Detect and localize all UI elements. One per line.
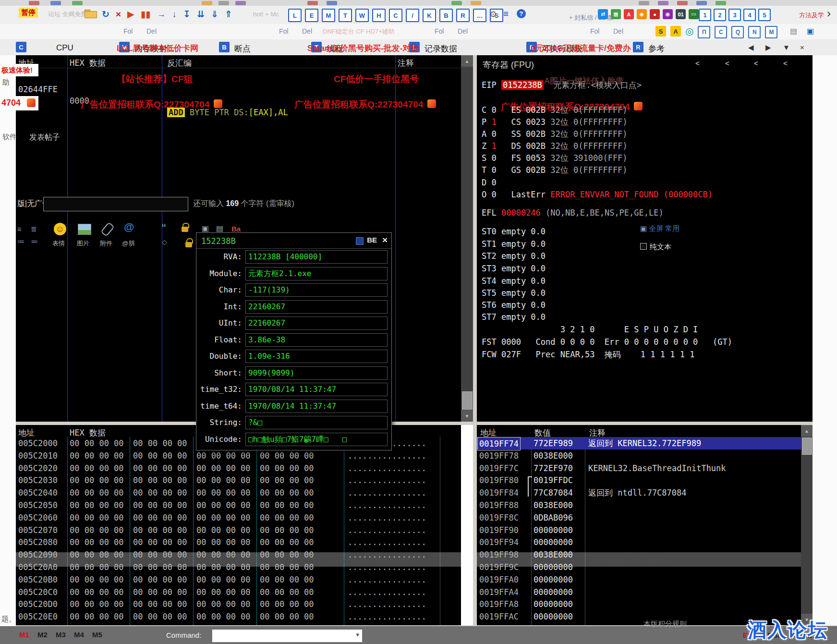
record-icon[interactable]: ● [650,9,660,19]
post-thread-button[interactable]: 发表帖子 [29,133,60,143]
step-into-icon[interactable]: → [157,9,166,20]
blue-app-icon[interactable]: ▣ [807,26,814,36]
tab-nav-3[interactable]: × [800,43,804,51]
insert-code-icon[interactable]: ▤ [216,224,223,233]
ext-button-N[interactable]: N [748,26,761,38]
scroll-up-arrow[interactable]: ▲ [461,55,473,67]
scroll-thumb[interactable] [802,437,812,455]
register-line[interactable]: FCW 027F Prec NEAR,53 掩码 1 1 1 1 1 1 [482,349,694,360]
stack-scrollbar[interactable]: ▲ ▼ [801,425,813,625]
stack-row[interactable]: 0019FF9000000000 [477,524,801,536]
delete-link[interactable]: Del [302,27,312,35]
hex-row[interactable]: 005C20C000 00 00 0000 00 00 0000 00 00 0… [16,586,461,598]
ext-button-S[interactable]: S [655,26,666,36]
number-button-2[interactable]: 2 [714,9,726,21]
register-line[interactable]: 3 2 1 0 E S P U O Z D I [482,324,698,335]
hex-row[interactable]: 005C20A000 00 00 0000 00 00 0000 00 00 0… [16,561,461,573]
stack-row[interactable]: 0019FFA000000000 [477,573,801,586]
step-over-icon[interactable]: ↓ [172,9,177,20]
stack-row[interactable]: 0019FF9C00000000 [477,561,801,573]
view-button-E[interactable]: E [305,9,318,22]
disasm-scrollbar[interactable]: ▲ ▼ [461,55,473,422]
delete-link[interactable]: Del [613,27,623,35]
be-checkbox[interactable] [356,237,364,245]
register-line[interactable]: Z 1 DS 002B 32位 0(FFFFFFFF) [482,140,628,152]
help-icon[interactable]: ? [517,9,526,18]
emoji-icon[interactable]: ☺ [54,223,66,235]
run-icon[interactable]: ▶ [127,9,134,20]
align-icon[interactable]: ≡ [17,225,22,233]
plaintext-checkbox[interactable] [640,243,647,250]
execute-return-icon[interactable]: ⇑ [225,9,232,20]
hex-row[interactable]: 005C20D000 00 00 0000 00 00 0000 00 00 0… [16,598,461,610]
printer-icon[interactable]: ▤ [790,26,797,36]
register-line[interactable]: ST5 empty 0.0 [482,287,546,299]
hex-row[interactable]: 005C201000 00 00 0000 00 00 0000 00 00 0… [16,450,461,462]
memory-tab-M3[interactable]: M3 [56,631,66,639]
command-input[interactable]: ▾ [212,629,363,643]
ext-button-A[interactable]: A [670,26,681,36]
view-button-C[interactable]: C [389,9,402,22]
follow-link[interactable]: Fol [123,27,133,35]
sync-icon[interactable]: ⇄ [598,9,608,19]
register-line[interactable]: D 0 [482,177,497,188]
tab-nav-2[interactable]: ▼ [783,43,790,51]
trace-into-icon[interactable]: ↧ [183,9,191,20]
register-line[interactable]: ST0 empty 0.0 [482,226,546,237]
register-line[interactable]: ST2 empty 0.0 [482,250,546,262]
open-folder-icon[interactable] [85,10,97,18]
collapse-chevron[interactable]: < [754,59,758,67]
register-line[interactable]: ST4 empty 0.0 [482,275,546,287]
lock-icon[interactable] [185,238,193,248]
hex-row[interactable]: 005C208000 00 00 0000 00 00 0000 00 00 0… [16,536,461,548]
memory-tab-M2[interactable]: M2 [37,631,48,639]
binary-icon[interactable]: 01 [676,9,686,19]
follow-link[interactable]: Fol [590,27,599,35]
dropdown-chevron-icon[interactable]: ▾ [356,631,359,638]
ext-button-M[interactable]: M [765,26,777,38]
ext-button-Q[interactable]: Q [731,26,744,38]
list-ol-icon[interactable]: ≣ [31,225,37,233]
target-icon[interactable]: ◉ [637,9,647,19]
view-button-B[interactable]: B [439,9,453,22]
memory-tab-M1[interactable]: M1 [19,631,29,639]
chevron-right-icon[interactable]: › [827,7,831,20]
run-to-cursor-icon[interactable]: ⇓ [211,9,218,20]
panel-divider-horizontal[interactable] [16,422,813,425]
menu-icon[interactable]: ≡ [503,9,509,19]
tab-nav-0[interactable]: ◀ [748,43,754,52]
ext-button-Π[interactable]: Π [698,26,710,38]
ext-button-C[interactable]: C [715,26,727,38]
value-tooltip-window[interactable]: 152238B BE × RVA:112238B [400000]Module:… [196,232,392,450]
panel-divider[interactable] [473,55,477,625]
scroll-up-arrow[interactable]: ▲ [801,425,813,437]
subject-input[interactable] [43,197,188,211]
mention-icon[interactable]: @ [124,221,134,233]
hex-row[interactable]: 005C207000 00 00 0000 00 00 0000 00 00 0… [16,524,461,536]
hex-row[interactable]: 005C20E000 00 00 0000 00 00 0000 00 00 0… [16,610,461,623]
register-line[interactable]: EIP 0152238B 元素方框.<模块入口点> [482,79,642,91]
view-button-L[interactable]: L [288,9,302,22]
follow-link[interactable]: Fol [279,27,288,35]
register-line[interactable]: C 0 ES 002B 32位 0(FFFFFFFF) [482,104,628,116]
stack-row[interactable]: 0019FF74772EF989返回到 KERNEL32.772EF989 [477,437,801,450]
ring-icon[interactable]: ◎ [685,26,693,38]
popup-titlebar[interactable]: 152238B BE × [196,233,391,249]
register-line[interactable]: ST3 empty 0.0 [482,263,546,274]
register-line[interactable]: T 0 GS 002B 32位 0(FFFFFFFF) [482,164,628,176]
hex-row[interactable]: 005C20B000 00 00 0000 00 00 0000 00 00 0… [16,573,461,586]
tab-参考[interactable]: 参考 [648,43,665,54]
follow-link[interactable]: Fol [435,27,444,35]
view-button-/[interactable]: / [406,9,419,22]
register-line[interactable]: P 1 CS 0023 32位 0(FFFFFFFF) [482,116,628,128]
common-link[interactable]: 常用 [666,224,680,232]
hex-row[interactable]: 005C206000 00 00 0000 00 00 0000 00 00 0… [16,511,461,524]
close-icon[interactable]: × [116,9,121,20]
register-line[interactable]: EFL 00000246 (NO,NB,E,BE,NS,PE,GE,LE) [482,207,664,219]
tab-记录数据[interactable]: 记录数据 [425,43,457,54]
collapse-chevron[interactable]: < [695,59,700,67]
view-button-W[interactable]: W [355,9,369,22]
lock-icon[interactable] [182,223,189,232]
scroll-down-arrow[interactable]: ▼ [461,410,473,422]
bleed-breadcrumb[interactable]: 软件 [2,133,17,142]
